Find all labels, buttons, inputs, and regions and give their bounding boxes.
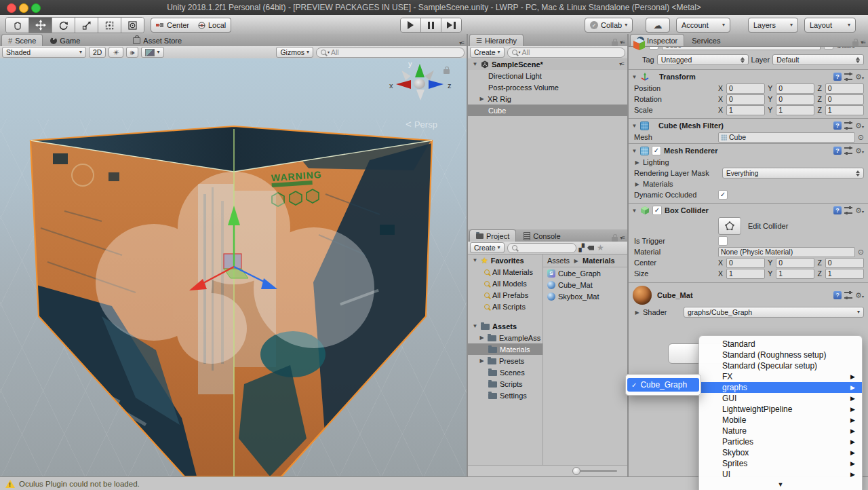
scene-menu-icon[interactable]: ▾≡ [619, 61, 624, 67]
shader-dropdown[interactable]: graphs/Cube_Graph ▾ [684, 307, 864, 318]
asset-cube-mat[interactable]: Cube_Mat [543, 279, 627, 290]
mesh-object-field[interactable]: Cube [718, 132, 855, 143]
layout-dropdown[interactable]: Layout▾ [804, 18, 856, 33]
step-button[interactable] [441, 18, 461, 32]
search-by-type-icon[interactable]: ▞ [579, 244, 585, 252]
close-window-button[interactable] [7, 3, 16, 13]
mesh-filter-header[interactable]: ▼ Cube (Mesh Filter) ? ⚙▾ [629, 119, 868, 132]
size-x-field[interactable]: 1 [726, 269, 765, 279]
transform-component-header[interactable]: ▼ Transform ? ⚙▾ [629, 71, 868, 83]
cloud-button[interactable]: ☁ [646, 18, 670, 33]
rotation-y-field[interactable]: 0 [776, 94, 814, 105]
scale-tool-button[interactable] [75, 18, 98, 33]
help-icon[interactable]: ? [833, 73, 842, 81]
tag-dropdown[interactable]: Untagged [657, 54, 749, 65]
help-icon[interactable]: ? [833, 147, 842, 155]
size-y-field[interactable]: 1 [776, 269, 814, 279]
menu-item-graphs[interactable]: graphs▶ [699, 382, 862, 393]
box-collider-checkbox[interactable]: ✓ [652, 206, 662, 215]
favorites-filter-icon[interactable]: ★ [597, 244, 604, 252]
breadcrumb-root[interactable]: Assets [547, 257, 570, 265]
lighting-foldout[interactable]: ▶Lighting [629, 157, 868, 168]
project-create-button[interactable]: Create▾ [470, 242, 505, 253]
gear-icon[interactable]: ⚙▾ [855, 207, 864, 214]
tab-game[interactable]: Game [44, 35, 86, 46]
position-z-field[interactable]: 0 [825, 83, 864, 94]
gear-icon[interactable]: ⚙▾ [855, 147, 864, 155]
panel-menu-icon[interactable]: ▾≡ [861, 39, 865, 45]
menu-item-skybox[interactable]: Skybox▶ [699, 447, 862, 458]
audio-toggle[interactable]: 🕪 [126, 47, 139, 58]
help-icon[interactable]: ? [833, 206, 842, 214]
foldout-icon[interactable]: ▼ [472, 323, 478, 329]
account-dropdown[interactable]: Account▾ [676, 18, 730, 33]
rotation-z-field[interactable]: 0 [825, 94, 864, 105]
lock-icon[interactable] [852, 41, 859, 46]
lighting-toggle[interactable]: ☀ [108, 47, 123, 58]
pivot-mode-button[interactable]: Center [151, 18, 195, 33]
panel-menu-icon[interactable]: ▾≡ [620, 39, 625, 45]
lock-icon[interactable] [612, 237, 618, 242]
menu-item-gui[interactable]: GUI▶ [699, 393, 862, 404]
favorite-all-materials[interactable]: All Materials [468, 266, 542, 278]
hierarchy-item-directional-light[interactable]: Directional Light [468, 70, 627, 81]
foldout-icon[interactable]: ▶ [479, 335, 485, 341]
z-axis-cone[interactable] [429, 80, 443, 89]
menu-item-ui[interactable]: UI▶ [699, 469, 862, 480]
panel-menu-icon[interactable]: ▾≡ [459, 40, 464, 46]
position-y-field[interactable]: 0 [776, 83, 814, 94]
folder-exampleassets[interactable]: ▶ExampleAss [468, 332, 542, 343]
assets-root-row[interactable]: ▼ Assets [468, 320, 542, 332]
slider-knob[interactable] [572, 467, 580, 475]
folder-presets[interactable]: ▶Presets [468, 355, 542, 366]
zoom-window-button[interactable] [31, 3, 41, 13]
tab-project[interactable]: Project [469, 229, 516, 242]
x-axis-cone[interactable] [396, 80, 411, 89]
scale-x-field[interactable]: 1 [726, 105, 765, 115]
hierarchy-search-input[interactable]: ▾ All [507, 48, 625, 58]
hand-tool-button[interactable] [6, 18, 29, 33]
search-by-label-icon[interactable] [587, 246, 594, 250]
foldout-icon[interactable]: ▼ [472, 257, 478, 263]
rotation-x-field[interactable]: 0 [726, 94, 765, 105]
scene-root-row[interactable]: ▼ SampleScene* ▾≡ [468, 58, 627, 70]
shading-mode-dropdown[interactable]: Shaded▾ [2, 47, 86, 58]
foldout-icon[interactable]: ▶ [479, 96, 485, 102]
lock-icon[interactable] [612, 41, 618, 46]
menu-item-standard-roughness[interactable]: Standard (Roughness setup) [699, 350, 862, 360]
gizmos-dropdown[interactable]: Gizmos▾ [276, 47, 313, 58]
favorites-root-row[interactable]: ▼ ★ Favorites [468, 255, 542, 266]
is-trigger-checkbox[interactable] [718, 236, 728, 246]
menu-item-particles[interactable]: Particles▶ [699, 436, 862, 447]
help-icon[interactable]: ? [833, 121, 842, 130]
folder-settings[interactable]: Settings [468, 390, 542, 401]
menu-item-sprites[interactable]: Sprites▶ [699, 458, 862, 469]
space-mode-button[interactable]: Local [193, 18, 231, 33]
minimize-window-button[interactable] [19, 3, 28, 13]
pause-button[interactable] [421, 18, 441, 32]
tab-asset-store[interactable]: Asset Store [127, 35, 188, 46]
help-icon[interactable]: ? [833, 291, 842, 299]
folder-materials[interactable]: Materials [468, 343, 542, 355]
edit-collider-button[interactable] [718, 217, 741, 235]
materials-foldout[interactable]: ▶Materials [629, 178, 868, 189]
collab-button[interactable]: ✓ Collab▾ [585, 18, 633, 33]
rect-tool-button[interactable] [98, 18, 121, 33]
menu-scroll-down-arrow[interactable]: ▼ [699, 480, 862, 489]
preset-icon[interactable] [844, 147, 852, 155]
box-collider-header[interactable]: ▼ ✓ Box Collider ? ⚙▾ [629, 204, 868, 216]
scene-viewport[interactable]: WARNING [0, 58, 467, 476]
gear-icon[interactable]: ⚙▾ [855, 292, 864, 299]
gameobject-icon[interactable] [633, 38, 646, 51]
rendering-layer-mask-dropdown[interactable]: Everything [722, 168, 864, 178]
persp-label[interactable]: < Persp [406, 118, 437, 130]
move-tool-button[interactable] [29, 18, 52, 33]
gear-icon[interactable]: ⚙▾ [855, 73, 864, 81]
scale-z-field[interactable]: 1 [825, 105, 864, 115]
object-picker-icon[interactable]: ⊙ [858, 134, 864, 141]
asset-skybox-mat[interactable]: Skybox_Mat [543, 290, 627, 302]
effects-dropdown[interactable]: ▾ [141, 47, 163, 58]
folder-scenes[interactable]: Scenes [468, 366, 542, 378]
preset-icon[interactable] [844, 206, 852, 214]
menu-item-mobile[interactable]: Mobile▶ [699, 415, 862, 426]
